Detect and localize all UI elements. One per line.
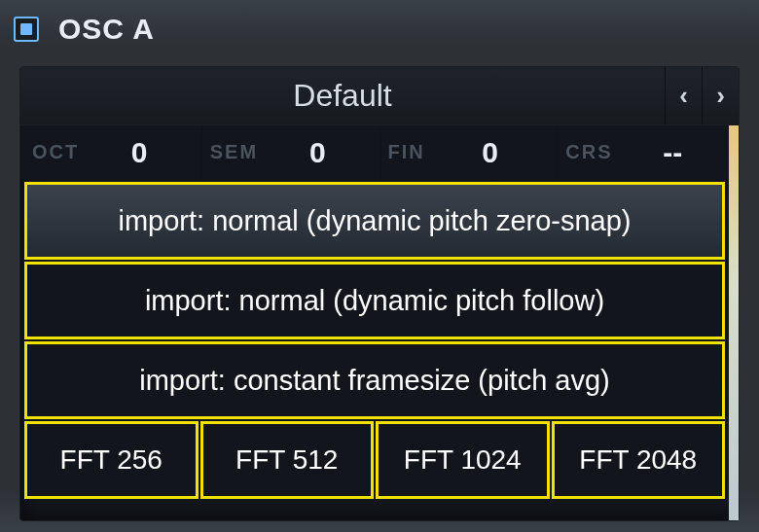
menu-import-zero-snap[interactable]: import: normal (dynamic pitch zero-snap) <box>24 182 725 260</box>
fft-row: FFT 256 FFT 512 FFT 1024 FFT 2048 <box>24 421 725 499</box>
osc-title: OSC A <box>58 13 155 46</box>
tune-oct-label: OCT <box>32 141 79 163</box>
preset-prev-button[interactable]: ‹ <box>665 67 702 124</box>
menu-fft-512[interactable]: FFT 512 <box>200 421 375 499</box>
preset-name-display[interactable]: Default <box>20 67 665 124</box>
tune-fin-value: 0 <box>431 136 550 169</box>
menu-import-pitch-follow[interactable]: import: normal (dynamic pitch follow) <box>24 262 725 339</box>
menu-import-constant-framesize[interactable]: import: constant framesize (pitch avg) <box>24 341 725 419</box>
right-scroll-strip[interactable] <box>729 125 739 520</box>
menu-fft-2048[interactable]: FFT 2048 <box>552 421 726 499</box>
tune-oct[interactable]: OCT 0 <box>24 125 202 179</box>
tune-fin[interactable]: FIN 0 <box>380 125 559 179</box>
tune-sem[interactable]: SEM 0 <box>202 125 380 179</box>
tune-crs-label: CRS <box>565 141 612 163</box>
preset-row: Default ‹ › <box>20 67 739 125</box>
menu-fft-256[interactable]: FFT 256 <box>24 421 199 499</box>
tune-sem-value: 0 <box>264 136 371 169</box>
osc-header: OSC A <box>0 0 759 58</box>
tune-crs[interactable]: CRS -- <box>558 125 735 179</box>
preset-next-button[interactable]: › <box>702 67 739 124</box>
tune-sem-label: SEM <box>210 141 258 163</box>
menu-fft-1024[interactable]: FFT 1024 <box>376 421 550 499</box>
tune-oct-value: 0 <box>85 136 194 169</box>
osc-panel: Default ‹ › OCT 0 SEM 0 FIN 0 CRS -- imp… <box>19 66 740 521</box>
import-menu: import: normal (dynamic pitch zero-snap)… <box>24 182 725 516</box>
tune-row: OCT 0 SEM 0 FIN 0 CRS -- <box>20 125 739 179</box>
osc-power-toggle[interactable] <box>14 17 39 42</box>
tune-fin-label: FIN <box>388 141 425 163</box>
tune-crs-value: -- <box>618 136 727 169</box>
